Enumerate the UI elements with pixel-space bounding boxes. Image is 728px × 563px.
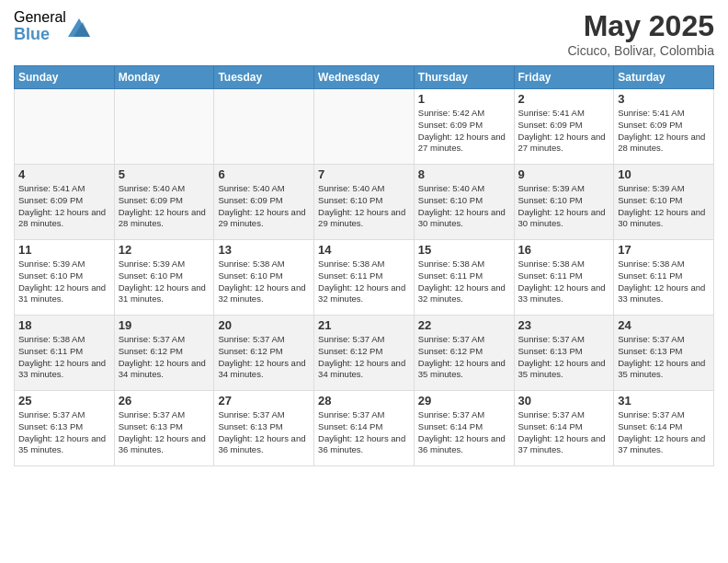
logo: General Blue — [14, 9, 90, 43]
week-row-2: 4Sunrise: 5:41 AMSunset: 6:09 PMDaylight… — [15, 165, 714, 240]
day-info: Sunrise: 5:37 AMSunset: 6:14 PMDaylight:… — [618, 409, 710, 456]
location: Cicuco, Bolivar, Colombia — [567, 43, 714, 58]
page: General Blue May 2025 Cicuco, Bolivar, C… — [0, 0, 728, 563]
col-wednesday: Wednesday — [314, 66, 415, 89]
calendar-cell: 4Sunrise: 5:41 AMSunset: 6:09 PMDaylight… — [15, 165, 115, 240]
calendar-cell: 2Sunrise: 5:41 AMSunset: 6:09 PMDaylight… — [514, 89, 614, 165]
day-number: 13 — [218, 243, 310, 257]
calendar-cell: 18Sunrise: 5:38 AMSunset: 6:11 PMDayligh… — [15, 316, 115, 391]
day-number: 11 — [18, 243, 110, 257]
day-info: Sunrise: 5:37 AMSunset: 6:12 PMDaylight:… — [119, 334, 210, 381]
day-info: Sunrise: 5:38 AMSunset: 6:11 PMDaylight:… — [518, 259, 610, 305]
day-info: Sunrise: 5:42 AMSunset: 6:09 PMDaylight:… — [418, 108, 510, 155]
day-number: 19 — [119, 318, 210, 332]
calendar-cell: 6Sunrise: 5:40 AMSunset: 6:09 PMDaylight… — [214, 165, 314, 240]
day-number: 26 — [119, 394, 210, 408]
week-row-1: 1Sunrise: 5:42 AMSunset: 6:09 PMDaylight… — [15, 89, 714, 165]
day-number: 3 — [618, 92, 710, 106]
calendar-cell: 15Sunrise: 5:38 AMSunset: 6:11 PMDayligh… — [414, 240, 514, 316]
calendar-cell: 8Sunrise: 5:40 AMSunset: 6:10 PMDaylight… — [414, 165, 514, 240]
day-info: Sunrise: 5:40 AMSunset: 6:10 PMDaylight:… — [418, 183, 510, 230]
logo-general: General — [14, 9, 66, 26]
day-info: Sunrise: 5:37 AMSunset: 6:13 PMDaylight:… — [18, 409, 110, 456]
day-info: Sunrise: 5:40 AMSunset: 6:09 PMDaylight:… — [119, 183, 210, 230]
day-info: Sunrise: 5:37 AMSunset: 6:14 PMDaylight:… — [318, 409, 410, 456]
day-number: 9 — [518, 167, 610, 181]
day-info: Sunrise: 5:41 AMSunset: 6:09 PMDaylight:… — [618, 108, 710, 155]
day-info: Sunrise: 5:37 AMSunset: 6:14 PMDaylight:… — [518, 409, 610, 456]
calendar-cell: 3Sunrise: 5:41 AMSunset: 6:09 PMDaylight… — [614, 89, 714, 165]
header: General Blue May 2025 Cicuco, Bolivar, C… — [14, 9, 714, 58]
day-number: 12 — [119, 243, 210, 257]
day-info: Sunrise: 5:40 AMSunset: 6:09 PMDaylight:… — [218, 183, 310, 230]
day-info: Sunrise: 5:37 AMSunset: 6:13 PMDaylight:… — [218, 409, 310, 456]
calendar-cell: 14Sunrise: 5:38 AMSunset: 6:11 PMDayligh… — [314, 240, 415, 316]
day-number: 16 — [518, 243, 610, 257]
col-tuesday: Tuesday — [214, 66, 314, 89]
calendar-cell: 20Sunrise: 5:37 AMSunset: 6:12 PMDayligh… — [214, 316, 314, 391]
day-info: Sunrise: 5:39 AMSunset: 6:10 PMDaylight:… — [518, 183, 610, 230]
calendar-cell: 27Sunrise: 5:37 AMSunset: 6:13 PMDayligh… — [214, 391, 314, 466]
title-area: May 2025 Cicuco, Bolivar, Colombia — [567, 9, 714, 58]
calendar-header-row: Sunday Monday Tuesday Wednesday Thursday… — [15, 66, 714, 89]
day-number: 28 — [318, 394, 410, 408]
day-info: Sunrise: 5:41 AMSunset: 6:09 PMDaylight:… — [18, 183, 110, 230]
day-info: Sunrise: 5:41 AMSunset: 6:09 PMDaylight:… — [518, 108, 610, 155]
calendar-cell: 31Sunrise: 5:37 AMSunset: 6:14 PMDayligh… — [614, 391, 714, 466]
day-info: Sunrise: 5:39 AMSunset: 6:10 PMDaylight:… — [18, 259, 110, 305]
calendar-cell: 9Sunrise: 5:39 AMSunset: 6:10 PMDaylight… — [514, 165, 614, 240]
day-number: 8 — [418, 167, 510, 181]
day-number: 6 — [218, 167, 310, 181]
day-info: Sunrise: 5:37 AMSunset: 6:12 PMDaylight:… — [318, 334, 410, 381]
col-sunday: Sunday — [15, 66, 115, 89]
calendar-cell: 17Sunrise: 5:38 AMSunset: 6:11 PMDayligh… — [614, 240, 714, 316]
calendar-table: Sunday Monday Tuesday Wednesday Thursday… — [14, 65, 714, 466]
calendar-cell — [314, 89, 415, 165]
col-saturday: Saturday — [614, 66, 714, 89]
calendar-cell: 25Sunrise: 5:37 AMSunset: 6:13 PMDayligh… — [15, 391, 115, 466]
calendar-cell: 24Sunrise: 5:37 AMSunset: 6:13 PMDayligh… — [614, 316, 714, 391]
day-number: 31 — [618, 394, 710, 408]
calendar-cell — [15, 89, 115, 165]
day-info: Sunrise: 5:37 AMSunset: 6:13 PMDaylight:… — [518, 334, 610, 381]
calendar-cell: 29Sunrise: 5:37 AMSunset: 6:14 PMDayligh… — [414, 391, 514, 466]
week-row-3: 11Sunrise: 5:39 AMSunset: 6:10 PMDayligh… — [15, 240, 714, 316]
calendar-cell: 13Sunrise: 5:38 AMSunset: 6:10 PMDayligh… — [214, 240, 314, 316]
calendar-cell: 11Sunrise: 5:39 AMSunset: 6:10 PMDayligh… — [15, 240, 115, 316]
day-number: 15 — [418, 243, 510, 257]
week-row-5: 25Sunrise: 5:37 AMSunset: 6:13 PMDayligh… — [15, 391, 714, 466]
day-number: 22 — [418, 318, 510, 332]
calendar-cell: 28Sunrise: 5:37 AMSunset: 6:14 PMDayligh… — [314, 391, 415, 466]
col-friday: Friday — [514, 66, 614, 89]
day-number: 24 — [618, 318, 710, 332]
day-number: 4 — [18, 167, 110, 181]
day-number: 18 — [18, 318, 110, 332]
day-number: 14 — [318, 243, 410, 257]
day-info: Sunrise: 5:37 AMSunset: 6:12 PMDaylight:… — [418, 334, 510, 381]
calendar-cell: 22Sunrise: 5:37 AMSunset: 6:12 PMDayligh… — [414, 316, 514, 391]
col-thursday: Thursday — [414, 66, 514, 89]
day-info: Sunrise: 5:37 AMSunset: 6:12 PMDaylight:… — [218, 334, 310, 381]
calendar-cell: 7Sunrise: 5:40 AMSunset: 6:10 PMDaylight… — [314, 165, 415, 240]
week-row-4: 18Sunrise: 5:38 AMSunset: 6:11 PMDayligh… — [15, 316, 714, 391]
logo-text: General Blue — [14, 9, 66, 43]
day-number: 1 — [418, 92, 510, 106]
calendar-cell: 1Sunrise: 5:42 AMSunset: 6:09 PMDaylight… — [414, 89, 514, 165]
day-info: Sunrise: 5:38 AMSunset: 6:11 PMDaylight:… — [318, 259, 410, 305]
calendar-cell: 23Sunrise: 5:37 AMSunset: 6:13 PMDayligh… — [514, 316, 614, 391]
day-number: 5 — [119, 167, 210, 181]
day-number: 21 — [318, 318, 410, 332]
day-number: 29 — [418, 394, 510, 408]
calendar-cell — [214, 89, 314, 165]
day-info: Sunrise: 5:37 AMSunset: 6:13 PMDaylight:… — [119, 409, 210, 456]
day-number: 25 — [18, 394, 110, 408]
col-monday: Monday — [114, 66, 214, 89]
month-title: May 2025 — [567, 9, 714, 43]
day-number: 23 — [518, 318, 610, 332]
day-number: 2 — [518, 92, 610, 106]
day-number: 27 — [218, 394, 310, 408]
day-number: 20 — [218, 318, 310, 332]
calendar-cell: 10Sunrise: 5:39 AMSunset: 6:10 PMDayligh… — [614, 165, 714, 240]
day-info: Sunrise: 5:38 AMSunset: 6:11 PMDaylight:… — [18, 334, 110, 381]
day-number: 7 — [318, 167, 410, 181]
